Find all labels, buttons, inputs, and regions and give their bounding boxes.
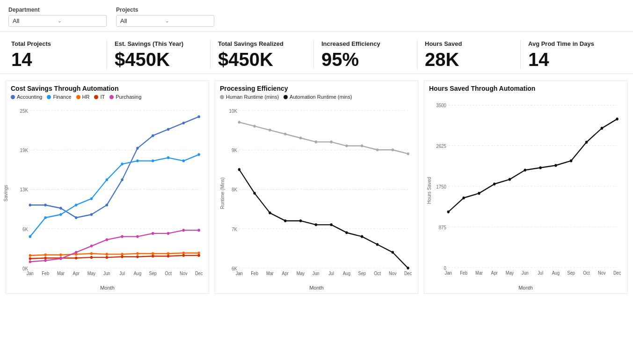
kpi-label-1: Est. Savings (This Year)	[115, 40, 183, 47]
svg-point-74	[90, 245, 93, 248]
projects-chevron-icon: ⌄	[165, 18, 210, 23]
svg-point-126	[392, 251, 394, 254]
svg-point-61	[75, 256, 77, 259]
legend-item: Human Runtime (mins)	[220, 94, 279, 100]
svg-point-59	[44, 256, 46, 259]
cost-savings-chart-area: Savings 25K19K13K6K0KJanFebMarAprMayJunJ…	[11, 102, 204, 284]
department-filter-group: Department All ⌄	[8, 7, 107, 27]
svg-point-40	[121, 163, 123, 166]
svg-point-52	[121, 253, 123, 255]
svg-point-161	[616, 117, 618, 120]
charts-row: Cost Savings Through Automation Accounti…	[0, 74, 633, 294]
svg-point-69	[197, 254, 200, 257]
svg-text:7K: 7K	[232, 226, 237, 232]
hours-saved-title: Hours Saved Through Automation	[429, 85, 622, 92]
svg-point-121	[315, 223, 317, 226]
legend-dot	[76, 95, 80, 99]
hours-saved-panel: Hours Saved Through Automation Hours Sav…	[424, 80, 627, 294]
svg-text:Sep: Sep	[568, 270, 575, 276]
cost-savings-y-label: Savings	[3, 185, 8, 202]
department-chevron-icon: ⌄	[58, 18, 102, 23]
svg-text:6K: 6K	[22, 226, 28, 232]
processing-efficiency-panel: Processing Efficiency Human Runtime (min…	[215, 80, 418, 294]
svg-point-106	[269, 129, 271, 131]
svg-point-117	[253, 192, 255, 195]
svg-point-104	[238, 121, 240, 124]
svg-point-152	[478, 192, 480, 195]
svg-text:19K: 19K	[20, 148, 28, 153]
svg-text:Jan: Jan	[27, 270, 34, 276]
svg-text:Dec: Dec	[195, 270, 203, 276]
svg-point-156	[539, 166, 541, 169]
svg-point-30	[152, 134, 154, 137]
svg-point-73	[75, 251, 77, 254]
svg-point-29	[136, 147, 138, 150]
svg-point-110	[330, 140, 332, 143]
legend-label: HR	[82, 94, 90, 100]
svg-point-157	[554, 164, 557, 167]
svg-point-125	[376, 243, 378, 246]
processing-efficiency-title: Processing Efficiency	[220, 85, 413, 92]
svg-text:Mar: Mar	[475, 270, 483, 276]
svg-text:May: May	[297, 270, 305, 276]
legend-label: Finance	[53, 94, 71, 100]
svg-text:Mar: Mar	[266, 270, 274, 276]
kpi-item-3: Increased Efficiency 95%	[314, 40, 417, 69]
legend-item: IT	[94, 94, 105, 100]
hours-saved-chart-area: Hours Saved 3500262517508750JanFebMarApr…	[429, 97, 622, 284]
svg-text:3500: 3500	[436, 102, 446, 109]
svg-point-58	[29, 257, 31, 260]
legend-item: Accounting	[11, 94, 42, 100]
svg-text:Aug: Aug	[552, 270, 560, 276]
svg-point-151	[462, 197, 465, 199]
svg-point-81	[197, 229, 200, 232]
svg-point-51	[106, 253, 108, 255]
svg-point-113	[376, 148, 378, 151]
svg-text:Jan: Jan	[236, 270, 243, 276]
hours-saved-y-label: Hours Saved	[427, 177, 432, 204]
processing-efficiency-x-label: Month	[220, 285, 413, 293]
svg-point-127	[407, 267, 409, 269]
processing-efficiency-chart-area: Runtime (Mins) 10K9K8K7K6KJanFebMarAprMa…	[220, 102, 413, 284]
svg-point-105	[253, 125, 255, 128]
svg-text:Sep: Sep	[149, 270, 157, 276]
svg-text:Nov: Nov	[598, 270, 605, 276]
hours-saved-x-label: Month	[429, 285, 622, 293]
svg-text:Dec: Dec	[404, 270, 412, 276]
processing-efficiency-legend: Human Runtime (mins)Automation Runtime (…	[220, 94, 413, 100]
svg-point-46	[29, 254, 31, 257]
legend-label: Automation Runtime (mins)	[290, 94, 352, 100]
svg-text:May: May	[87, 270, 96, 276]
svg-point-68	[182, 254, 185, 257]
svg-point-66	[152, 255, 154, 257]
legend-item: Automation Runtime (mins)	[284, 94, 352, 100]
svg-point-32	[182, 122, 185, 124]
svg-text:Dec: Dec	[613, 270, 621, 276]
svg-text:Feb: Feb	[460, 270, 467, 276]
svg-text:Aug: Aug	[343, 270, 350, 276]
svg-point-36	[59, 213, 62, 216]
svg-point-64	[121, 255, 123, 258]
legend-label: Accounting	[17, 94, 42, 100]
projects-select[interactable]: All ⌄	[116, 15, 214, 27]
kpi-value-2: $450K	[218, 50, 273, 69]
kpi-item-5: Avg Prod Time in Days 14	[521, 40, 624, 69]
svg-point-150	[447, 211, 450, 213]
department-select[interactable]: All ⌄	[8, 15, 107, 27]
kpi-label-2: Total Savings Realized	[218, 40, 284, 47]
legend-label: Purchasing	[116, 94, 141, 100]
cost-savings-title: Cost Savings Through Automation	[11, 85, 204, 92]
svg-point-79	[167, 232, 169, 235]
svg-point-67	[167, 255, 169, 257]
svg-point-43	[167, 156, 169, 159]
svg-point-159	[585, 141, 588, 144]
svg-point-38	[90, 197, 93, 200]
svg-text:875: 875	[439, 224, 446, 230]
svg-text:Apr: Apr	[491, 270, 498, 276]
svg-point-47	[44, 254, 46, 256]
svg-point-55	[167, 252, 169, 255]
legend-dot	[220, 95, 224, 99]
svg-text:Oct: Oct	[374, 270, 381, 276]
svg-point-48	[59, 254, 62, 256]
filters-bar: Department All ⌄ Projects All ⌄	[0, 0, 633, 32]
